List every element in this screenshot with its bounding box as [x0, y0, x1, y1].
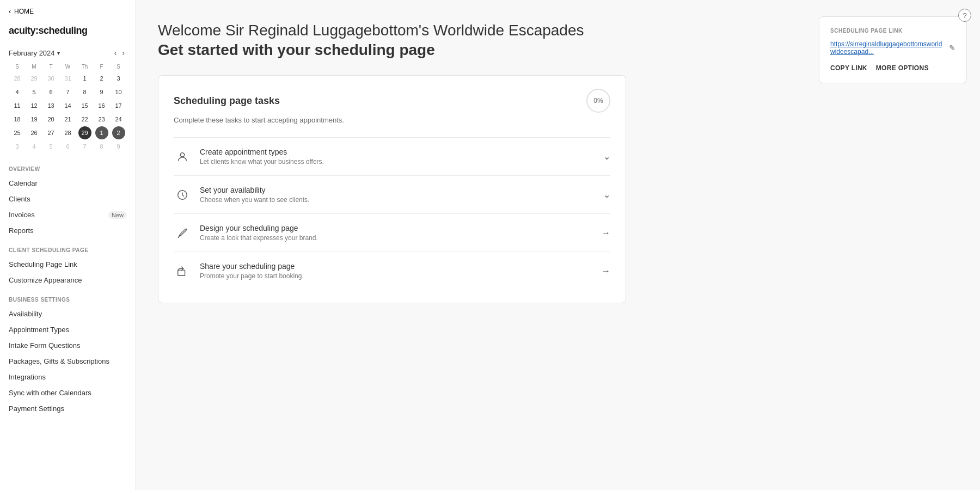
calendar-prev-button[interactable]: ‹	[112, 47, 119, 58]
overview-section: OVERVIEW Calendar Clients Invoices New R…	[0, 160, 136, 241]
client-scheduling-section: CLIENT SCHEDULING PAGE Scheduling Page L…	[0, 241, 136, 290]
cal-day[interactable]: 29	[28, 72, 41, 85]
sidebar-item-availability[interactable]: Availability	[9, 306, 127, 322]
sidebar-item-customize-appearance[interactable]: Customize Appearance	[9, 272, 127, 288]
sidebar-item-reports[interactable]: Reports	[9, 223, 127, 238]
cal-day[interactable]: 14	[62, 99, 75, 112]
sidebar-item-payment-settings[interactable]: Payment Settings	[9, 401, 127, 416]
sidebar-item-packages[interactable]: Packages, Gifts & Subscriptions	[9, 353, 127, 369]
cal-day[interactable]: 26	[28, 126, 41, 139]
cal-day[interactable]: 7	[78, 140, 91, 153]
task-left: Design your scheduling page Create a loo…	[174, 224, 318, 242]
cal-day[interactable]: 19	[28, 113, 41, 126]
clock-icon	[174, 186, 191, 204]
more-options-button[interactable]: MORE OPTIONS	[876, 64, 929, 72]
scheduling-link-label: SCHEDULING PAGE LINK	[830, 28, 955, 34]
task-create-appointment-types[interactable]: Create appointment types Let clients kno…	[174, 137, 610, 175]
cal-day[interactable]: 8	[78, 85, 91, 99]
cal-day[interactable]: 16	[95, 99, 108, 112]
cal-day[interactable]: 17	[112, 99, 125, 112]
calendar-days-header: S M T W Th F S	[9, 63, 127, 71]
arrow-right-icon: →	[602, 228, 610, 238]
cal-day[interactable]: 15	[78, 99, 91, 112]
cal-day[interactable]: 6	[62, 140, 75, 153]
cal-day[interactable]: 24	[112, 113, 125, 126]
task-share-scheduling-page[interactable]: Share your scheduling page Promote your …	[174, 252, 610, 290]
chevron-left-icon: ‹	[9, 8, 11, 15]
task-set-availability[interactable]: Set your availability Choose when you wa…	[174, 175, 610, 213]
cal-day[interactable]: 25	[11, 126, 24, 139]
home-link[interactable]: ‹ HOME	[0, 0, 136, 21]
cal-day[interactable]: 30	[45, 72, 58, 85]
svg-rect-2	[178, 270, 185, 275]
calendar-month-selector[interactable]: February 2024 ▾	[9, 49, 60, 57]
cal-day[interactable]: 21	[62, 113, 75, 126]
sidebar-item-invoices[interactable]: Invoices New	[9, 207, 127, 223]
cal-day-selected-2[interactable]: 2	[112, 126, 125, 139]
cal-day[interactable]: 13	[45, 99, 58, 112]
page-title-line1: Welcome Sir Reginald Luggagebottom's Wor…	[158, 22, 784, 39]
share-icon	[174, 262, 191, 280]
sidebar-item-calendar[interactable]: Calendar	[9, 175, 127, 191]
task-design-scheduling-page[interactable]: Design your scheduling page Create a loo…	[174, 213, 610, 252]
cal-day[interactable]: 18	[11, 113, 24, 126]
sidebar-item-scheduling-page-link[interactable]: Scheduling Page Link	[9, 256, 127, 272]
cal-week-3: 11 12 13 14 15 16 17	[9, 99, 127, 112]
cal-day[interactable]: 9	[95, 85, 108, 99]
chevron-down-icon: ⌄	[603, 189, 610, 200]
cal-day[interactable]: 22	[78, 113, 91, 126]
logo: acuity:scheduling	[0, 21, 136, 43]
tasks-subtitle: Complete these tasks to start accepting …	[174, 116, 610, 124]
sidebar-item-integrations[interactable]: Integrations	[9, 369, 127, 385]
calendar-next-button[interactable]: ›	[120, 47, 127, 58]
cal-week-2: 4 5 6 7 8 9 10	[9, 85, 127, 99]
calendar-nav-group: ‹ ›	[112, 47, 127, 58]
right-panel: SCHEDULING PAGE LINK https://sirreginald…	[806, 0, 980, 490]
task-left: Set your availability Choose when you wa…	[174, 186, 309, 204]
cal-day[interactable]: 10	[112, 85, 125, 99]
task-text: Design your scheduling page Create a loo…	[200, 224, 318, 242]
cal-day[interactable]: 4	[11, 85, 24, 99]
cal-day[interactable]: 3	[11, 140, 24, 153]
help-icon[interactable]: ?	[958, 9, 971, 22]
cal-day[interactable]: 31	[62, 72, 75, 85]
cal-week-1: 28 29 30 31 1 2 3	[9, 72, 127, 85]
sidebar-item-appointment-types[interactable]: Appointment Types	[9, 322, 127, 338]
task-left: Create appointment types Let clients kno…	[174, 148, 324, 166]
edit-icon[interactable]: ✎	[949, 44, 955, 52]
sidebar-item-clients[interactable]: Clients	[9, 191, 127, 207]
cal-day[interactable]: 5	[28, 85, 41, 99]
cal-day[interactable]: 3	[112, 72, 125, 85]
cal-day[interactable]: 28	[62, 126, 75, 139]
cal-day[interactable]: 1	[78, 72, 91, 85]
sidebar-item-intake-form[interactable]: Intake Form Questions	[9, 338, 127, 353]
cal-day[interactable]: 5	[45, 140, 58, 153]
cal-day-selected-1[interactable]: 1	[95, 126, 108, 139]
cal-day[interactable]: 23	[95, 113, 108, 126]
page-title-line2: Get started with your scheduling page	[158, 41, 784, 59]
cal-day[interactable]: 4	[28, 140, 41, 153]
sidebar-item-sync-calendars[interactable]: Sync with other Calendars	[9, 385, 127, 401]
cal-day[interactable]: 2	[95, 72, 108, 85]
task-text: Share your scheduling page Promote your …	[200, 262, 304, 280]
progress-circle: 0%	[586, 89, 610, 113]
cal-day-selected-29[interactable]: 29	[78, 126, 91, 139]
cal-day[interactable]: 27	[45, 126, 58, 139]
task-text: Set your availability Choose when you wa…	[200, 186, 309, 204]
cal-day[interactable]: 8	[95, 140, 108, 153]
copy-link-button[interactable]: COPY LINK	[830, 64, 867, 72]
cal-day[interactable]: 20	[45, 113, 58, 126]
tasks-header: Scheduling page tasks 0%	[174, 89, 610, 113]
scheduling-link-text[interactable]: https://sirreginaldluggagebottomsworldwi…	[830, 40, 946, 56]
cal-day[interactable]: 9	[112, 140, 125, 153]
svg-point-0	[180, 152, 184, 156]
cal-day[interactable]: 11	[11, 99, 24, 112]
cal-day[interactable]: 7	[62, 85, 75, 99]
cal-week-6: 3 4 5 6 7 8 9	[9, 140, 127, 153]
tasks-panel: Scheduling page tasks 0% Complete these …	[158, 75, 626, 303]
calendar: February 2024 ▾ ‹ › S M T W Th F S 28	[0, 43, 136, 160]
cal-day[interactable]: 6	[45, 85, 58, 99]
cal-week-5: 25 26 27 28 29 1 2	[9, 126, 127, 139]
cal-day[interactable]: 28	[11, 72, 24, 85]
cal-day[interactable]: 12	[28, 99, 41, 112]
